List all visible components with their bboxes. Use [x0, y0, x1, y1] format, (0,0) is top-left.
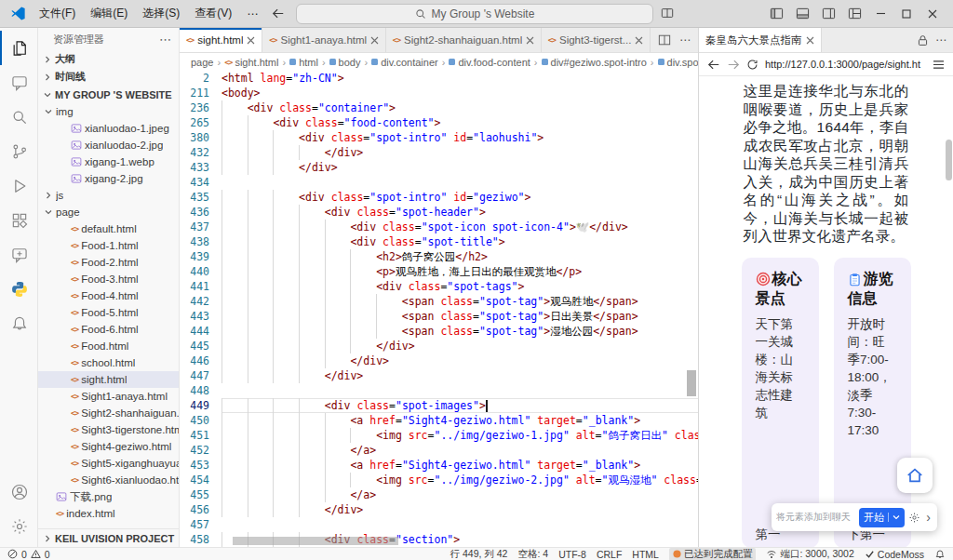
code-line-437[interactable]: 437<div class="spot-icon spot-icon-4">🕊️… [180, 220, 698, 234]
close-icon[interactable] [806, 36, 814, 45]
menu-item[interactable]: 编辑(E) [83, 3, 135, 24]
back-arrow-icon[interactable] [265, 6, 291, 21]
chat-icon[interactable] [0, 65, 37, 100]
toggle-panel-icon[interactable] [789, 3, 815, 25]
lock-icon[interactable] [917, 34, 929, 47]
code-line-455[interactable]: 455</a> [180, 487, 698, 502]
ai-chat-icon[interactable] [0, 237, 37, 272]
code-line-452[interactable]: 452</a> [180, 443, 698, 458]
folder-img[interactable]: img [38, 103, 179, 120]
menu-item[interactable]: 文件(F) [32, 3, 83, 24]
code-line-435[interactable]: 435<div class="spot-intro" id="geziwo"> [180, 190, 698, 205]
menu-icon[interactable] [933, 60, 945, 70]
code-line-433[interactable]: 433</div> [180, 160, 698, 175]
file-Food-6.html[interactable]: <>Food-6.html [38, 321, 179, 338]
forward-icon[interactable] [727, 59, 740, 71]
file-school.html[interactable]: <>school.html [38, 354, 179, 371]
code-line-439[interactable]: 439<h2>鸽子窝公园</h2> [180, 249, 698, 264]
code-line-442[interactable]: 442<span class="spot-tag">观鸟胜地</span> [180, 294, 698, 309]
editor-more-actions-icon[interactable]: ⋯ [679, 33, 691, 47]
home-button[interactable] [897, 458, 933, 493]
status-item-UTF-8[interactable]: UTF-8 [558, 549, 586, 560]
breadcrumb-item[interactable]: body [329, 57, 361, 68]
code-line-434[interactable]: 434 [180, 175, 698, 190]
file-Sight4-geziwo.html[interactable]: <>Sight4-geziwo.html [38, 438, 179, 455]
maximize-icon[interactable] [893, 3, 919, 25]
notifications-icon[interactable] [0, 306, 37, 340]
file-xianluodao-2.jpg[interactable]: xianluodao-2.jpg [38, 137, 179, 153]
tab-sight.html[interactable]: <>sight.html [180, 28, 262, 52]
file-Sight3-tigerstone.html[interactable]: <>Sight3-tigerstone.html [38, 421, 179, 438]
minimize-icon[interactable] [867, 3, 893, 25]
breadcrumb-item[interactable]: div.spot-images [658, 57, 698, 68]
editor-horizontal-scrollbar[interactable] [233, 537, 398, 545]
close-icon[interactable] [635, 36, 643, 45]
file-Sight2-shanhaiguan.html[interactable]: <>Sight2-shanhaiguan.html [38, 405, 179, 421]
start-button[interactable]: 开始 [859, 508, 905, 527]
file-Food.html[interactable]: <>Food.html [38, 338, 179, 354]
extensions-icon[interactable] [0, 203, 37, 237]
command-center-search[interactable]: My Group 's Website [296, 4, 653, 24]
code-line-211[interactable]: 211<body> [180, 86, 698, 100]
menu-item[interactable]: 查看(V) [187, 3, 239, 24]
code-line-451[interactable]: 451<img src="../img/geziwo-1.jpg" alt="鸽… [180, 428, 698, 443]
run-debug-icon[interactable] [0, 168, 37, 203]
status-item-空格: 4[interactable]: 空格: 4 [517, 548, 548, 560]
url-bar[interactable]: http://127.0.0.1:3000/page/sight.ht [765, 59, 926, 70]
search-icon[interactable] [0, 100, 37, 134]
code-line-432[interactable]: 432</div> [180, 145, 698, 160]
account-icon[interactable] [0, 474, 37, 509]
close-icon[interactable] [370, 36, 379, 45]
preview-more-actions-icon[interactable]: ⋯ [935, 33, 946, 47]
code-line-440[interactable]: 440<p>观鸟胜地，海上日出的最佳观赏地</p> [180, 264, 698, 279]
code-line-454[interactable]: 454<img src="../img/geziwo-2.jpg" alt="观… [180, 473, 698, 487]
code-line-445[interactable]: 445</div> [180, 339, 698, 353]
section-keil-project[interactable]: KEIL UVISION PROJECT [38, 528, 179, 547]
python-icon[interactable] [0, 272, 37, 306]
close-icon[interactable] [247, 36, 255, 45]
chevron-down-icon[interactable] [893, 514, 900, 520]
breadcrumb-item[interactable]: <>sight.html [224, 57, 278, 68]
section-timeline[interactable]: 时间线 [38, 68, 179, 86]
menu-item[interactable]: 选择(S) [135, 3, 187, 24]
breadcrumb-item[interactable]: div#geziwo.spot-intro [542, 57, 647, 68]
code-line-441[interactable]: 441<div class="spot-tags"> [180, 279, 698, 294]
code-line-265[interactable]: 265<div class="food-content"> [180, 115, 698, 130]
file-Food-4.html[interactable]: <>Food-4.html [38, 287, 179, 304]
code-line-449[interactable]: 449<div class="spot-images"> [180, 398, 698, 413]
status-item-已达到完成配置[interactable]: 已达到完成配置 [669, 548, 757, 560]
file-xigang-2.jpg[interactable]: xigang-2.jpg [38, 170, 179, 187]
code-line-236[interactable]: 236<div class="container"> [180, 100, 698, 115]
sidebar-actions-icon[interactable]: ⋯ [159, 33, 171, 47]
file-Sight1-anaya.html[interactable]: <>Sight1-anaya.html [38, 388, 179, 405]
gear-icon[interactable] [908, 512, 920, 524]
tab-Sight2-shanhaiguan.html[interactable]: <>Sight2-shanhaiguan.html [386, 28, 542, 52]
more-menus-icon[interactable]: ⋯ [241, 5, 263, 23]
file-xianluodao-1.jpeg[interactable]: xianluodao-1.jpeg [38, 120, 179, 137]
code-editor[interactable]: 2<html lang="zh-CN">211<body>236<div cla… [180, 71, 698, 547]
code-line-436[interactable]: 436<div class="spot-header"> [180, 205, 698, 220]
tab-Sight3-tigerst...[interactable]: <>Sight3-tigerst... [542, 28, 651, 52]
split-window-icon[interactable] [661, 7, 674, 20]
code-line-380[interactable]: 380<div class="spot-intro" id="laohushi"… [180, 130, 698, 145]
preview-scrollbar[interactable] [946, 140, 952, 180]
file-sight.html[interactable]: <>sight.html [38, 371, 179, 388]
toggle-secondary-sidebar-icon[interactable] [815, 3, 841, 25]
close-icon[interactable] [526, 36, 534, 45]
tab-Sight1-anaya.html[interactable]: <>Sight1-anaya.html [262, 28, 386, 52]
file-default.html[interactable]: <>default.html [38, 220, 179, 237]
folder-js[interactable]: js [38, 187, 179, 204]
code-line-2[interactable]: 2<html lang="zh-CN"> [180, 71, 698, 86]
breadcrumb-item[interactable]: page [191, 57, 213, 68]
file-Food-3.html[interactable]: <>Food-3.html [38, 271, 179, 287]
chevron-right-icon[interactable]: › [924, 510, 933, 525]
back-icon[interactable] [707, 59, 720, 71]
code-line-456[interactable]: 456</div> [180, 502, 698, 517]
editor-vertical-scrollbar[interactable] [687, 370, 696, 396]
file-下载.png[interactable]: 下载.png [38, 488, 179, 505]
status-item-行 449, 列 42[interactable]: 行 449, 列 42 [450, 548, 508, 560]
code-line-443[interactable]: 443<span class="spot-tag">日出美景</span> [180, 309, 698, 324]
breadcrumb-item[interactable]: div.container [371, 57, 438, 68]
file-Food-5.html[interactable]: <>Food-5.html [38, 304, 179, 321]
code-line-447[interactable]: 447</div> [180, 368, 698, 383]
